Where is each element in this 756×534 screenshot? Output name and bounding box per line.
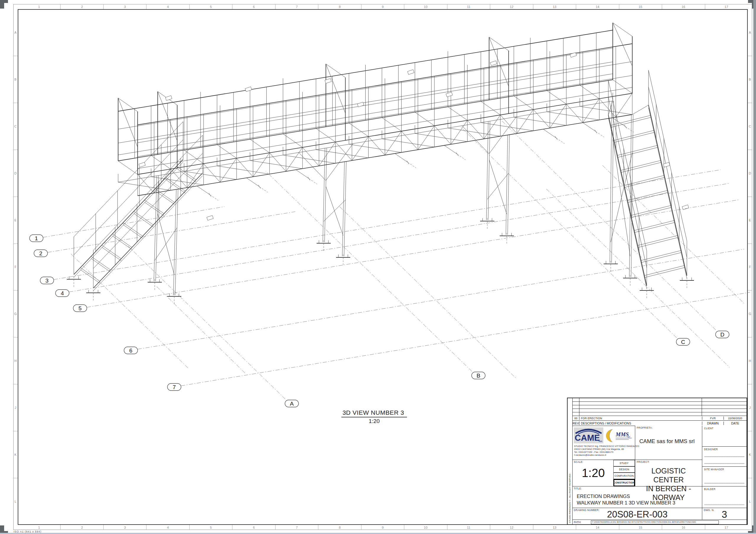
svg-text:2: 2 <box>39 250 42 256</box>
grid-bubble-5: 5 <box>73 305 87 312</box>
view-title: 3D VIEW NUMBER 3 <box>341 409 407 417</box>
svg-text:5: 5 <box>79 305 82 311</box>
part-tag <box>663 162 670 167</box>
studio-panel: CAME sas MMS srl STUDIO TECNICO Ing. FRA… <box>573 426 635 460</box>
view-caption: 3D VIEW NUMBER 3 1:20 <box>340 409 408 424</box>
project-panel: PROJECT: LOGISTIC CENTER IN BERGEN - NOR… <box>635 460 702 486</box>
revision-header-drawn: DRAWN <box>702 421 723 425</box>
studio-address-line: f.randazzo@studio-randazzo.it <box>574 454 639 457</box>
studio-address-line: Tel. 0331/877159 - Fax. 0331/886170 <box>574 451 639 454</box>
part-tag <box>245 87 252 92</box>
came-logo-text: CAME <box>575 433 600 442</box>
part-tag <box>408 70 414 75</box>
stage-comparation: COMPARATION <box>613 473 635 479</box>
grid-bubble-B: B <box>472 372 485 379</box>
grid-bubble-C: C <box>676 338 690 345</box>
svg-text:A: A <box>290 401 294 407</box>
studio-address-line: 20022 CASTANO PRIMO (MI) V.le Magenta, 8… <box>574 448 639 451</box>
drawing-number-panel: DRAWING NUMBER: 20S08-ER-003 <box>573 508 702 520</box>
grid-bubble-3: 3 <box>40 277 54 284</box>
grid-bubble-4: 4 <box>56 290 69 297</box>
bottom-edge-strip <box>0 533 756 534</box>
studio-address: STUDIO TECNICO Ing. FRANCESCO VITTORIO R… <box>574 445 639 457</box>
revision-row: 00 FOR ERECTION FVR 22/06/2020 <box>573 416 746 421</box>
dwg-n-value: 3 <box>702 509 746 520</box>
view-scale: 1:20 <box>340 418 408 424</box>
title-label: TITLE: <box>574 487 582 490</box>
scale-panel: SCALE: 1:20 STUDYDESIGNCOMPARATIONCONSTR… <box>573 460 635 486</box>
mms-logo-sub: srl <box>628 436 630 438</box>
designer-label: DESIGNER <box>704 448 718 451</box>
svg-text:1: 1 <box>35 235 38 241</box>
project-label: PROJECT: <box>637 461 650 464</box>
revision-header-description: DESCRIPTIONS / MODIFICATIONS <box>580 421 702 425</box>
designer-signature-line <box>705 463 744 464</box>
grid-bubble-2: 2 <box>34 250 47 257</box>
part-tag <box>490 61 497 66</box>
revision-header-date: DATE <box>723 421 746 425</box>
part-tag <box>570 53 577 58</box>
studio-address-line: STUDIO TECNICO Ing. FRANCESCO VITTORIO R… <box>574 445 639 448</box>
builder-signature-line <box>705 504 744 505</box>
owner-panel: PROPRIETA: CAME sas for MMS srl <box>635 426 702 460</box>
revision-header-rev: REV. <box>573 421 580 425</box>
path-panel: PATH: F:\20S08 PASSERELLA DHL BERGEN\01 … <box>573 520 746 524</box>
mms-logo: MMS srl <box>605 428 633 443</box>
grid-bubble-6: 6 <box>124 347 138 354</box>
title-line2: WALKWAY NUMBER 1 3D VIEW NUMBER 3 <box>577 499 675 506</box>
stage-construction: CONSTRUCTION <box>613 479 635 487</box>
designer-box: DESIGNER <box>702 446 746 467</box>
sheet-format-label: ISO A1 (841 x 594) <box>14 530 41 533</box>
part-tag <box>139 162 145 167</box>
part-tag <box>446 92 452 97</box>
grid-bubble-A: A <box>285 400 299 407</box>
title-text: ERECTION DRAWINGS WALKWAY NUMBER 1 3D VI… <box>577 493 675 506</box>
corner-mark-bottom-left <box>0 525 8 534</box>
revision-date: 22/06/2020 <box>723 416 746 420</box>
revision-table: 00 FOR ERECTION FVR 22/06/2020 REV. DESC… <box>573 398 746 426</box>
svg-text:C: C <box>681 339 685 345</box>
site-manager-label: SITE MANAGER <box>704 468 724 471</box>
drawing-sheet: { "sheet": { "format_label": "ISO A1 (84… <box>0 0 756 534</box>
part-tag <box>357 102 364 107</box>
path-value: F:\20S08 PASSERELLA DHL BERGEN\01 ING IN… <box>591 521 719 524</box>
revision-number: 00 <box>573 416 580 420</box>
title-block: STUDIO RANDAZZO © - ALL RIGHT RESERVED 0… <box>567 398 747 525</box>
revision-empty-rows <box>573 398 746 416</box>
svg-text:3: 3 <box>45 278 49 284</box>
stage-study: STUDY <box>613 460 635 467</box>
drawing-number-value: 20S08-ER-003 <box>573 509 702 520</box>
revision-description: FOR ERECTION <box>580 416 702 420</box>
svg-text:6: 6 <box>129 347 133 354</box>
dwg-n-panel: DWG. N. 3 <box>702 508 746 520</box>
revision-empty-row <box>573 398 746 402</box>
revision-empty-row <box>573 405 746 409</box>
revision-empty-row <box>573 402 746 405</box>
stage-design: DESIGN <box>613 467 635 473</box>
sheet-edge-strip <box>753 0 756 534</box>
title-panel: TITLE: ERECTION DRAWINGS WALKWAY NUMBER … <box>573 486 702 508</box>
grid-bubble-1: 1 <box>30 235 43 242</box>
part-tag <box>165 96 172 101</box>
builder-label: BUILDER <box>704 488 716 491</box>
owner-value: CAME sas for MMS srl <box>639 438 694 444</box>
svg-text:D: D <box>720 332 724 338</box>
svg-text:4: 4 <box>61 290 64 296</box>
revision-drawn: FVR <box>702 416 723 420</box>
owner-label: PROPRIETA: <box>637 426 653 429</box>
scale-value: 1:20 <box>576 467 611 480</box>
svg-text:B: B <box>477 373 480 379</box>
site-manager-box: SITE MANAGER <box>702 467 746 486</box>
came-logo: CAME sas <box>574 427 603 443</box>
path-label: PATH: <box>574 521 581 524</box>
mms-logo-text: MMS <box>615 431 629 438</box>
came-logo-sub: sas <box>599 440 602 442</box>
revision-empty-row <box>573 413 746 416</box>
part-tag <box>207 216 213 221</box>
copyright-strip: STUDIO RANDAZZO © - ALL RIGHT RESERVED <box>568 398 573 524</box>
client-label: CLIENT <box>704 427 714 430</box>
title-line1: ERECTION DRAWINGS <box>577 493 675 499</box>
grid-bubble-D: D <box>716 331 729 338</box>
scale-label: SCALE: <box>574 461 583 464</box>
corner-mark-top-left <box>0 0 8 9</box>
